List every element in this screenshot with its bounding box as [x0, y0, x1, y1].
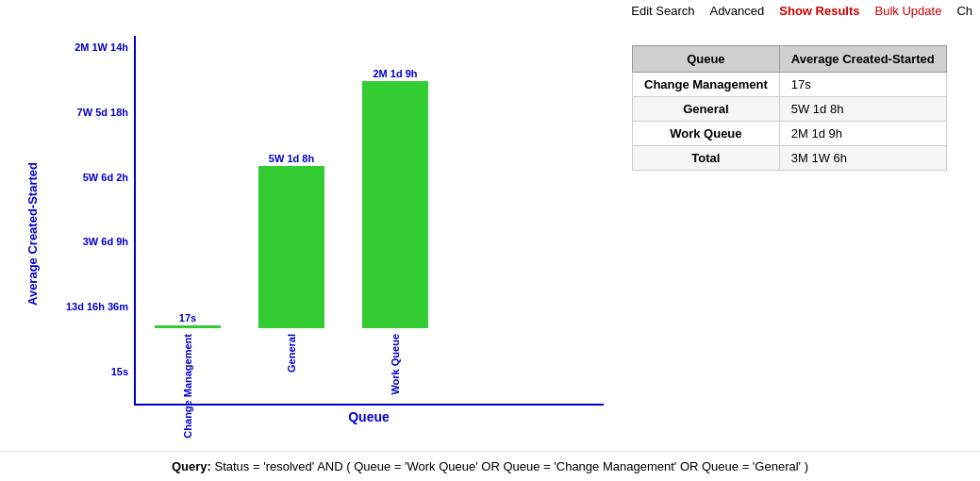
table-cell-value: 17s — [779, 73, 946, 97]
y-tick-3: 5W 6d 2h — [83, 172, 128, 183]
table-cell-queue: Change Management — [633, 73, 780, 97]
bar-general — [258, 166, 324, 328]
table-cell-value: 2M 1d 9h — [779, 122, 946, 146]
x-axis-title: Queue — [49, 406, 604, 432]
x-label-work-queue: Work Queue — [362, 334, 428, 395]
results-table: Queue Average Created-Started Change Man… — [632, 45, 947, 171]
bar-change-management — [155, 325, 221, 328]
edit-search-link[interactable]: Edit Search — [631, 4, 694, 18]
table-cell-queue: Total — [633, 146, 780, 171]
table-row: Total3M 1W 6h — [633, 146, 947, 171]
y-ticks: 2M 1W 14h 7W 5d 18h 5W 6d 2h 3W 6d 9h 13… — [49, 36, 134, 406]
chart-plot-area: 2M 1W 14h 7W 5d 18h 5W 6d 2h 3W 6d 9h 13… — [49, 36, 604, 406]
x-label-general: General — [258, 334, 324, 373]
bars-and-xaxis: 17s 5W 1d 8h 2M 1d 9h — [134, 36, 604, 406]
x-label-change-management: Change Management — [155, 334, 221, 439]
bar-label-change-management: 17s — [179, 312, 196, 323]
bar-group-work-queue: 2M 1d 9h — [362, 68, 428, 328]
table-row: Change Management17s — [633, 73, 947, 97]
bar-work-queue — [362, 81, 428, 328]
table-header-avg: Average Created-Started — [779, 46, 946, 73]
table-cell-value: 3M 1W 6h — [779, 146, 946, 171]
table-row: General5W 1d 8h — [633, 97, 947, 122]
main-content: Average Created-Started 2M 1W 14h 7W 5d … — [0, 26, 980, 481]
query-bar: Query: Status = 'resolved' AND ( Queue =… — [0, 451, 980, 481]
chart-and-table: Average Created-Started 2M 1W 14h 7W 5d … — [0, 26, 980, 451]
top-nav: Edit Search Advanced Show Results Bulk U… — [623, 0, 980, 22]
y-tick-1: 2M 1W 14h — [75, 41, 128, 53]
chart-container: Average Created-Started 2M 1W 14h 7W 5d … — [19, 36, 604, 432]
bulk-update-link[interactable]: Bulk Update — [875, 4, 942, 18]
query-text: Status = 'resolved' AND ( Queue = 'Work … — [215, 459, 809, 473]
bar-group-change-management: 17s — [155, 312, 221, 328]
y-axis-label: Average Created-Started — [19, 36, 45, 432]
advanced-link[interactable]: Advanced — [709, 4, 764, 18]
y-tick-2: 7W 5d 18h — [77, 107, 128, 118]
table-header-queue: Queue — [633, 46, 780, 73]
bar-group-general: 5W 1d 8h — [258, 153, 324, 328]
bar-label-general: 5W 1d 8h — [269, 153, 314, 164]
y-tick-4: 3W 6d 9h — [83, 236, 128, 247]
bars-area: 17s 5W 1d 8h 2M 1d 9h — [136, 36, 604, 328]
table-cell-queue: General — [633, 97, 780, 122]
table-cell-queue: Work Queue — [633, 122, 780, 146]
y-tick-6: 15s — [111, 366, 128, 377]
ch-link[interactable]: Ch — [956, 4, 972, 18]
chart-inner: 2M 1W 14h 7W 5d 18h 5W 6d 2h 3W 6d 9h 13… — [49, 36, 604, 432]
query-label: Query: — [172, 459, 211, 473]
y-tick-5: 13d 16h 36m — [66, 301, 128, 312]
x-axis-labels: Change Management General Work Queue — [136, 328, 604, 404]
bar-label-work-queue: 2M 1d 9h — [373, 68, 417, 79]
show-results-link[interactable]: Show Results — [779, 4, 859, 18]
table-cell-value: 5W 1d 8h — [779, 97, 946, 122]
table-row: Work Queue2M 1d 9h — [633, 122, 947, 146]
